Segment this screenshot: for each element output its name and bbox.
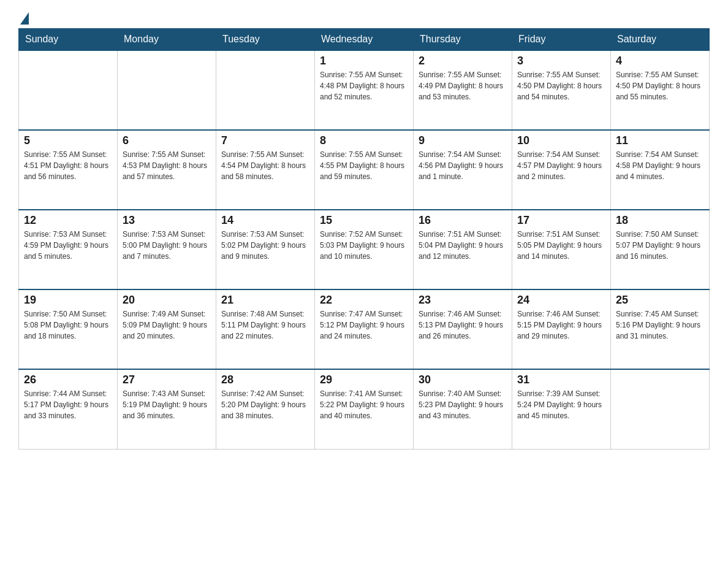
calendar-cell: 3Sunrise: 7:55 AM Sunset: 4:50 PM Daylig…: [512, 50, 611, 130]
day-number: 30: [419, 373, 507, 386]
weekday-header-sunday: Sunday: [19, 29, 118, 51]
day-info: Sunrise: 7:51 AM Sunset: 5:05 PM Dayligh…: [517, 229, 605, 262]
calendar-cell: [118, 50, 216, 130]
day-info: Sunrise: 7:53 AM Sunset: 5:00 PM Dayligh…: [123, 229, 211, 262]
calendar-cell: [19, 50, 118, 130]
calendar-cell: 19Sunrise: 7:50 AM Sunset: 5:08 PM Dayli…: [19, 289, 118, 369]
calendar-cell: 26Sunrise: 7:44 AM Sunset: 5:17 PM Dayli…: [19, 369, 118, 449]
calendar-cell: 21Sunrise: 7:48 AM Sunset: 5:11 PM Dayli…: [216, 289, 315, 369]
day-info: Sunrise: 7:50 AM Sunset: 5:07 PM Dayligh…: [616, 229, 704, 262]
weekday-header-wednesday: Wednesday: [315, 29, 414, 51]
weekday-header-saturday: Saturday: [611, 29, 710, 51]
day-info: Sunrise: 7:40 AM Sunset: 5:23 PM Dayligh…: [419, 388, 507, 421]
day-number: 7: [221, 134, 309, 147]
day-info: Sunrise: 7:45 AM Sunset: 5:16 PM Dayligh…: [616, 308, 704, 342]
day-info: Sunrise: 7:55 AM Sunset: 4:53 PM Dayligh…: [123, 149, 211, 182]
calendar-cell: 5Sunrise: 7:55 AM Sunset: 4:51 PM Daylig…: [19, 130, 118, 210]
day-number: 22: [320, 294, 408, 307]
day-info: Sunrise: 7:49 AM Sunset: 5:09 PM Dayligh…: [123, 308, 211, 342]
calendar-cell: 30Sunrise: 7:40 AM Sunset: 5:23 PM Dayli…: [414, 369, 512, 449]
day-info: Sunrise: 7:55 AM Sunset: 4:51 PM Dayligh…: [24, 149, 112, 182]
calendar-cell: 27Sunrise: 7:43 AM Sunset: 5:19 PM Dayli…: [118, 369, 216, 449]
day-number: 18: [616, 214, 704, 227]
week-row-2: 5Sunrise: 7:55 AM Sunset: 4:51 PM Daylig…: [19, 130, 710, 210]
calendar-cell: 4Sunrise: 7:55 AM Sunset: 4:50 PM Daylig…: [611, 50, 710, 130]
day-info: Sunrise: 7:55 AM Sunset: 4:50 PM Dayligh…: [517, 69, 605, 102]
weekday-header-friday: Friday: [512, 29, 611, 51]
day-number: 14: [221, 214, 309, 227]
day-info: Sunrise: 7:53 AM Sunset: 4:59 PM Dayligh…: [24, 229, 112, 262]
calendar-cell: 24Sunrise: 7:46 AM Sunset: 5:15 PM Dayli…: [512, 289, 611, 369]
day-number: 29: [320, 373, 408, 386]
calendar-cell: 29Sunrise: 7:41 AM Sunset: 5:22 PM Dayli…: [315, 369, 414, 449]
day-info: Sunrise: 7:50 AM Sunset: 5:08 PM Dayligh…: [24, 308, 112, 342]
calendar-cell: 22Sunrise: 7:47 AM Sunset: 5:12 PM Dayli…: [315, 289, 414, 369]
day-info: Sunrise: 7:39 AM Sunset: 5:24 PM Dayligh…: [517, 388, 605, 421]
calendar-cell: 1Sunrise: 7:55 AM Sunset: 4:48 PM Daylig…: [315, 50, 414, 130]
calendar-cell: 2Sunrise: 7:55 AM Sunset: 4:49 PM Daylig…: [414, 50, 512, 130]
day-number: 27: [123, 373, 211, 386]
day-number: 8: [320, 134, 408, 147]
day-number: 19: [24, 294, 112, 307]
day-info: Sunrise: 7:54 AM Sunset: 4:58 PM Dayligh…: [616, 149, 704, 182]
calendar-cell: 23Sunrise: 7:46 AM Sunset: 5:13 PM Dayli…: [414, 289, 512, 369]
day-number: 23: [419, 294, 507, 307]
day-number: 31: [517, 373, 605, 386]
day-info: Sunrise: 7:54 AM Sunset: 4:56 PM Dayligh…: [419, 149, 507, 182]
calendar-cell: 17Sunrise: 7:51 AM Sunset: 5:05 PM Dayli…: [512, 210, 611, 289]
day-info: Sunrise: 7:48 AM Sunset: 5:11 PM Dayligh…: [221, 308, 309, 342]
calendar: SundayMondayTuesdayWednesdayThursdayFrid…: [18, 28, 710, 450]
day-info: Sunrise: 7:42 AM Sunset: 5:20 PM Dayligh…: [221, 388, 309, 421]
day-number: 17: [517, 214, 605, 227]
calendar-cell: 10Sunrise: 7:54 AM Sunset: 4:57 PM Dayli…: [512, 130, 611, 210]
day-info: Sunrise: 7:55 AM Sunset: 4:55 PM Dayligh…: [320, 149, 408, 182]
day-number: 9: [419, 134, 507, 147]
week-row-4: 19Sunrise: 7:50 AM Sunset: 5:08 PM Dayli…: [19, 289, 710, 369]
calendar-cell: 6Sunrise: 7:55 AM Sunset: 4:53 PM Daylig…: [118, 130, 216, 210]
day-info: Sunrise: 7:47 AM Sunset: 5:12 PM Dayligh…: [320, 308, 408, 342]
weekday-header-tuesday: Tuesday: [216, 29, 315, 51]
day-number: 25: [616, 294, 704, 307]
day-info: Sunrise: 7:46 AM Sunset: 5:15 PM Dayligh…: [517, 308, 605, 342]
calendar-cell: 7Sunrise: 7:55 AM Sunset: 4:54 PM Daylig…: [216, 130, 315, 210]
day-number: 10: [517, 134, 605, 147]
calendar-cell: [611, 369, 710, 449]
calendar-cell: 12Sunrise: 7:53 AM Sunset: 4:59 PM Dayli…: [19, 210, 118, 289]
day-info: Sunrise: 7:55 AM Sunset: 4:50 PM Dayligh…: [616, 69, 704, 102]
day-info: Sunrise: 7:44 AM Sunset: 5:17 PM Dayligh…: [24, 388, 112, 421]
calendar-cell: 11Sunrise: 7:54 AM Sunset: 4:58 PM Dayli…: [611, 130, 710, 210]
calendar-cell: 18Sunrise: 7:50 AM Sunset: 5:07 PM Dayli…: [611, 210, 710, 289]
day-number: 15: [320, 214, 408, 227]
day-number: 11: [616, 134, 704, 147]
calendar-cell: 31Sunrise: 7:39 AM Sunset: 5:24 PM Dayli…: [512, 369, 611, 449]
calendar-cell: 8Sunrise: 7:55 AM Sunset: 4:55 PM Daylig…: [315, 130, 414, 210]
day-info: Sunrise: 7:46 AM Sunset: 5:13 PM Dayligh…: [419, 308, 507, 342]
header: [18, 12, 710, 22]
calendar-cell: 15Sunrise: 7:52 AM Sunset: 5:03 PM Dayli…: [315, 210, 414, 289]
day-number: 26: [24, 373, 112, 386]
weekday-header-row: SundayMondayTuesdayWednesdayThursdayFrid…: [19, 29, 710, 51]
weekday-header-monday: Monday: [118, 29, 216, 51]
week-row-1: 1Sunrise: 7:55 AM Sunset: 4:48 PM Daylig…: [19, 50, 710, 130]
day-info: Sunrise: 7:54 AM Sunset: 4:57 PM Dayligh…: [517, 149, 605, 182]
calendar-cell: [216, 50, 315, 130]
day-info: Sunrise: 7:51 AM Sunset: 5:04 PM Dayligh…: [419, 229, 507, 262]
day-number: 16: [419, 214, 507, 227]
weekday-header-thursday: Thursday: [414, 29, 512, 51]
day-info: Sunrise: 7:43 AM Sunset: 5:19 PM Dayligh…: [123, 388, 211, 421]
day-number: 3: [517, 55, 605, 67]
calendar-cell: 14Sunrise: 7:53 AM Sunset: 5:02 PM Dayli…: [216, 210, 315, 289]
day-number: 4: [616, 55, 704, 67]
day-info: Sunrise: 7:55 AM Sunset: 4:49 PM Dayligh…: [419, 69, 507, 102]
day-number: 5: [24, 134, 112, 147]
day-info: Sunrise: 7:52 AM Sunset: 5:03 PM Dayligh…: [320, 229, 408, 262]
day-number: 24: [517, 294, 605, 307]
calendar-cell: 16Sunrise: 7:51 AM Sunset: 5:04 PM Dayli…: [414, 210, 512, 289]
day-info: Sunrise: 7:55 AM Sunset: 4:48 PM Dayligh…: [320, 69, 408, 102]
day-info: Sunrise: 7:41 AM Sunset: 5:22 PM Dayligh…: [320, 388, 408, 421]
day-number: 2: [419, 55, 507, 67]
calendar-cell: 9Sunrise: 7:54 AM Sunset: 4:56 PM Daylig…: [414, 130, 512, 210]
calendar-cell: 13Sunrise: 7:53 AM Sunset: 5:00 PM Dayli…: [118, 210, 216, 289]
day-number: 21: [221, 294, 309, 307]
calendar-cell: 28Sunrise: 7:42 AM Sunset: 5:20 PM Dayli…: [216, 369, 315, 449]
